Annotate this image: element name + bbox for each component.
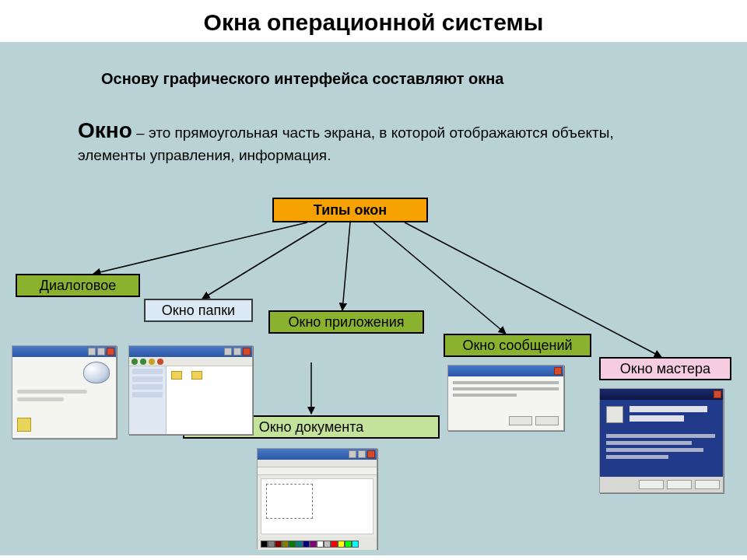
leaf-folder-window: Окно папки	[144, 299, 253, 322]
palette-swatch	[352, 541, 359, 548]
thumb-titlebar	[600, 389, 723, 400]
thumbnail-wizard	[599, 388, 724, 493]
palette-swatch	[296, 541, 303, 548]
palette-swatch	[338, 541, 345, 548]
color-palette	[258, 537, 377, 550]
leaf-dialog-window: Диалоговое	[16, 274, 140, 297]
thumb-titlebar	[12, 346, 116, 357]
palette-swatch	[331, 541, 338, 548]
svg-line-1	[202, 222, 327, 299]
mouse-icon	[83, 362, 110, 383]
thumb-titlebar	[448, 366, 563, 376]
palette-swatch	[282, 541, 289, 548]
thumb-titlebar	[129, 346, 252, 357]
slide-title-area: Окна операционной системы	[0, 0, 747, 42]
definition-text: Окно – это прямоугольная часть экрана, в…	[78, 116, 622, 165]
intro-text: Основу графического интерфейса составляю…	[101, 69, 646, 88]
leaf-message-window: Окно сообщений	[444, 334, 591, 357]
palette-swatch	[289, 541, 296, 548]
palette-swatch	[303, 541, 310, 548]
leaf-application-window: Окно приложения	[268, 310, 424, 334]
thumbnail-document	[257, 448, 377, 549]
palette-swatch	[345, 541, 352, 548]
slide-body: Основу графического интерфейса составляю…	[0, 42, 747, 555]
thumb-titlebar	[258, 449, 377, 460]
palette-swatch	[310, 541, 317, 548]
definition-body: – это прямоугольная часть экрана, в кото…	[78, 124, 614, 163]
palette-swatch	[317, 541, 324, 548]
leaf-wizard-window: Окно мастера	[599, 357, 731, 380]
svg-line-2	[342, 222, 350, 310]
palette-swatch	[324, 541, 331, 548]
thumbnail-message	[447, 365, 564, 431]
palette-swatch	[268, 541, 275, 548]
thumbnail-folder	[128, 345, 253, 435]
palette-swatch	[261, 541, 268, 548]
definition-term: Окно	[78, 118, 132, 142]
svg-line-0	[93, 222, 307, 274]
slide-title: Окна операционной системы	[0, 9, 747, 36]
palette-swatch	[275, 541, 282, 548]
root-node-types: Типы окон	[272, 198, 428, 222]
thumbnail-dialog	[12, 345, 117, 439]
